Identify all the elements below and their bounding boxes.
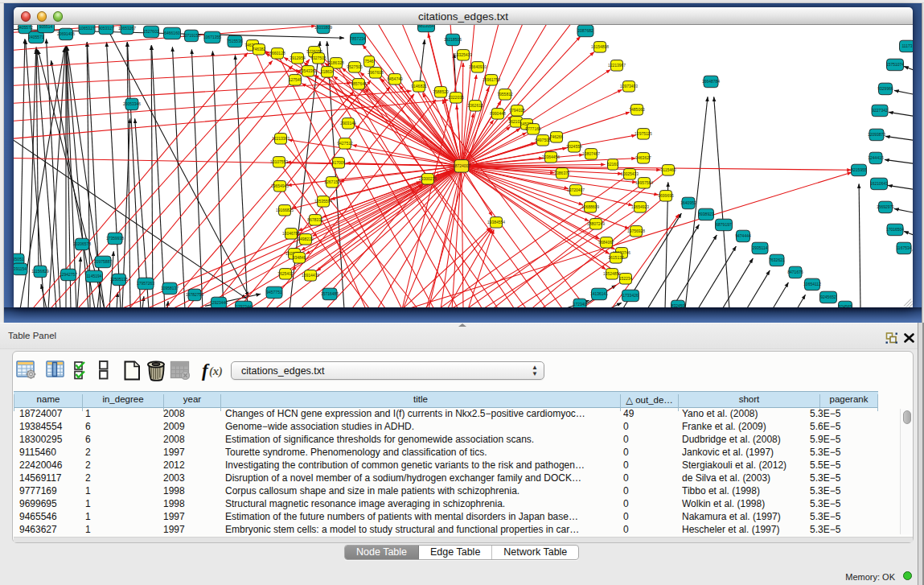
svg-text:10107553: 10107553 <box>270 159 288 164</box>
svg-text:7857234: 7857234 <box>350 36 366 41</box>
svg-text:924565: 924565 <box>839 304 852 307</box>
svg-text:(x): (x) <box>209 365 223 378</box>
svg-text:8938923: 8938923 <box>698 212 714 216</box>
svg-text:172340: 172340 <box>573 302 587 307</box>
svg-text:6497508: 6497508 <box>535 138 551 142</box>
svg-text:1527602: 1527602 <box>143 29 159 34</box>
svg-text:19218506: 19218506 <box>444 37 462 42</box>
svg-text:8471676: 8471676 <box>787 270 803 274</box>
svg-text:16046785: 16046785 <box>282 231 300 236</box>
svg-text:391154: 391154 <box>14 266 27 271</box>
svg-text:10958137: 10958137 <box>161 286 179 290</box>
svg-text:10025433: 10025433 <box>621 171 639 176</box>
svg-text:1615137: 1615137 <box>608 255 624 260</box>
svg-text:10671355: 10671355 <box>203 35 221 39</box>
svg-text:10654112: 10654112 <box>803 282 821 286</box>
svg-text:9777169: 9777169 <box>525 126 541 131</box>
svg-text:20691406: 20691406 <box>57 31 75 36</box>
svg-text:9327505: 9327505 <box>310 56 326 60</box>
svg-text:15751074: 15751074 <box>886 62 904 67</box>
svg-text:1733426: 1733426 <box>622 293 639 298</box>
svg-text:7955812: 7955812 <box>497 92 513 97</box>
svg-text:905514: 905514 <box>39 25 53 29</box>
svg-text:1322035: 1322035 <box>448 95 464 100</box>
svg-text:20206578: 20206578 <box>73 241 91 246</box>
svg-text:8813054: 8813054 <box>418 25 434 28</box>
svg-text:6466160: 6466160 <box>164 31 180 35</box>
svg-text:8215955: 8215955 <box>851 167 867 172</box>
svg-text:17957263: 17957263 <box>137 281 154 286</box>
svg-text:9053327: 9053327 <box>98 26 114 31</box>
svg-text:8678332: 8678332 <box>307 217 323 222</box>
svg-text:12942757: 12942757 <box>60 272 77 277</box>
svg-text:16033809: 16033809 <box>314 25 332 30</box>
svg-text:16782759: 16782759 <box>186 292 203 297</box>
svg-text:20364456: 20364456 <box>542 154 560 159</box>
svg-text:12923446: 12923446 <box>210 300 228 305</box>
svg-text:1292344: 1292344 <box>236 304 252 307</box>
svg-text:9329966: 9329966 <box>877 86 893 91</box>
svg-text:10973493: 10973493 <box>620 84 638 89</box>
svg-text:152234: 152234 <box>619 276 633 281</box>
svg-text:7625402: 7625402 <box>277 271 294 276</box>
svg-text:20975887: 20975887 <box>94 259 112 264</box>
svg-text:18807249: 18807249 <box>587 221 605 226</box>
svg-text:832450: 832450 <box>671 303 685 307</box>
svg-text:13654923: 13654923 <box>631 204 649 209</box>
svg-text:14957584: 14957584 <box>635 180 653 185</box>
svg-text:11156829: 11156829 <box>31 269 49 274</box>
svg-text:1498222: 1498222 <box>298 237 314 241</box>
svg-text:7386372: 7386372 <box>554 171 570 175</box>
svg-text:10719155: 10719155 <box>183 33 200 38</box>
svg-text:2935114: 2935114 <box>752 245 767 250</box>
svg-text:1640953: 1640953 <box>680 200 696 205</box>
svg-text:9794028: 9794028 <box>509 108 525 113</box>
svg-text:3912954: 3912954 <box>290 56 306 60</box>
svg-text:934848: 934848 <box>293 255 306 260</box>
svg-text:20053346: 20053346 <box>123 101 141 106</box>
svg-text:13325419: 13325419 <box>454 52 472 57</box>
svg-text:16648784: 16648784 <box>702 79 720 84</box>
svg-text:7546: 7546 <box>364 59 373 64</box>
svg-text:13535594: 13535594 <box>314 199 332 204</box>
svg-text:1145194: 1145194 <box>86 274 101 278</box>
svg-text:8990448: 8990448 <box>490 111 506 116</box>
svg-text:10688609: 10688609 <box>581 204 599 209</box>
svg-text:16210643: 16210643 <box>870 181 888 186</box>
svg-text:14136141: 14136141 <box>590 291 608 296</box>
svg-text:9463627: 9463627 <box>635 155 651 160</box>
svg-text:11173: 11173 <box>901 43 912 48</box>
svg-text:3186328: 3186328 <box>328 60 344 65</box>
svg-text:12505135: 12505135 <box>110 277 128 282</box>
svg-text:3267150: 3267150 <box>324 179 340 184</box>
svg-text:9146821: 9146821 <box>411 84 427 89</box>
svg-text:10807487: 10807487 <box>582 151 600 156</box>
svg-text:1435051: 1435051 <box>14 257 24 262</box>
svg-text:8454749: 8454749 <box>387 76 403 81</box>
svg-text:417006: 417006 <box>332 160 346 165</box>
svg-text:127549: 127549 <box>289 77 302 82</box>
svg-text:16640910: 16640910 <box>469 64 487 69</box>
svg-text:3857645: 3857645 <box>351 81 367 86</box>
svg-text:9227342: 9227342 <box>872 108 888 113</box>
svg-text:2903144: 2903144 <box>340 121 356 126</box>
svg-text:7515536: 7515536 <box>227 39 243 43</box>
svg-text:23300275: 23300275 <box>419 176 437 181</box>
svg-text:9457751: 9457751 <box>266 290 282 295</box>
svg-text:16914479: 16914479 <box>302 273 319 278</box>
svg-text:15692971: 15692971 <box>877 204 894 209</box>
svg-text:15716485: 15716485 <box>321 291 339 296</box>
svg-text:1244415: 1244415 <box>868 155 884 160</box>
svg-text:6879197: 6879197 <box>716 222 732 227</box>
svg-text:7485063: 7485063 <box>629 107 645 112</box>
svg-text:2087682: 2087682 <box>577 28 593 33</box>
svg-text:18724007: 18724007 <box>453 163 470 168</box>
svg-text:16154808: 16154808 <box>591 44 609 49</box>
svg-text:12213967: 12213967 <box>608 63 626 68</box>
svg-text:746382: 746382 <box>253 47 266 51</box>
svg-text:19756928: 19756928 <box>627 229 645 233</box>
svg-text:19384554: 19384554 <box>487 220 505 225</box>
svg-text:16961758: 16961758 <box>483 77 500 82</box>
svg-text:17359938: 17359938 <box>106 236 124 241</box>
svg-text:9684067: 9684067 <box>598 240 614 245</box>
